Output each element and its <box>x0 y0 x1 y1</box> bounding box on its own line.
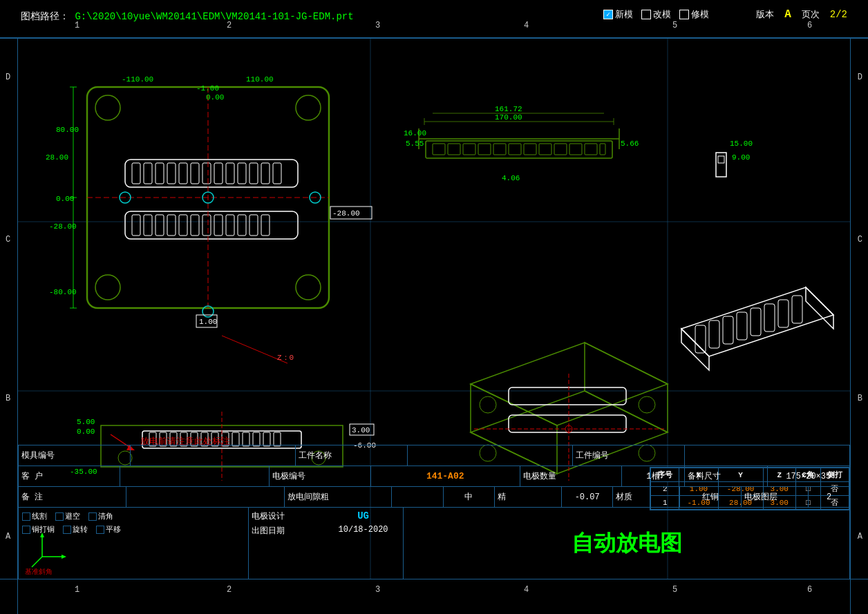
svg-rect-69 <box>493 144 506 155</box>
svg-text:-110.00: -110.00 <box>122 75 153 84</box>
checkbox-fixmodel[interactable]: 修模 <box>679 8 709 21</box>
svg-rect-107 <box>695 325 706 353</box>
svg-rect-24 <box>132 215 140 236</box>
version-label: 版本 <box>756 8 774 21</box>
svg-rect-33 <box>238 215 246 236</box>
svg-text:4.06: 4.06 <box>502 174 520 182</box>
filepath-label: 图档路径： <box>21 11 69 22</box>
row-marker-A: A <box>6 532 10 541</box>
electrode-layer-value: 2 <box>827 492 831 502</box>
svg-rect-27 <box>167 215 176 236</box>
col-marker-bot-3: 3 <box>375 585 380 595</box>
svg-point-6 <box>296 95 321 120</box>
svg-point-8 <box>296 275 321 300</box>
col-marker-4: 4 <box>524 21 529 30</box>
svg-marker-104 <box>681 287 833 356</box>
cb-rotate[interactable]: 旋转 <box>63 524 88 535</box>
designer-value: UG <box>326 510 400 522</box>
svg-point-5 <box>95 95 120 120</box>
svg-rect-14 <box>179 163 187 184</box>
svg-rect-35 <box>261 215 270 236</box>
svg-rect-68 <box>478 144 491 155</box>
part-name-label: 工件名称 <box>299 450 332 461</box>
svg-text:15.00: 15.00 <box>730 140 753 148</box>
svg-text:5.00: 5.00 <box>77 418 95 426</box>
filepath-value: G:\2020\10yue\WM20141\EDM\VM20141-101-JG… <box>75 11 353 22</box>
precision-label: 精 <box>498 491 506 503</box>
border-right <box>850 0 851 614</box>
checkbox-fixmodel-label: 修模 <box>691 8 709 21</box>
svg-text:Z：0: Z：0 <box>277 354 294 362</box>
svg-rect-114 <box>792 296 802 323</box>
svg-text:110.00: 110.00 <box>246 75 274 84</box>
cb-clean-corner[interactable]: 清角 <box>88 511 113 521</box>
svg-text:80.00: 80.00 <box>56 126 79 134</box>
svg-rect-12 <box>155 163 164 184</box>
svg-rect-11 <box>144 163 152 184</box>
filepath-area: 图档路径： G:\2020\10yue\WM20141\EDM\VM20141-… <box>21 10 354 23</box>
row-marker-B-right: B <box>858 394 862 403</box>
designer-label: 电极设计 <box>252 510 326 522</box>
svg-rect-25 <box>144 215 152 236</box>
svg-text:-28.00: -28.00 <box>49 222 77 231</box>
col-marker-bot-5: 5 <box>672 585 677 595</box>
svg-rect-76 <box>600 144 605 155</box>
svg-rect-21 <box>261 163 270 184</box>
svg-rect-112 <box>764 304 775 332</box>
checkbox-newmodel-label: 新模 <box>615 8 633 21</box>
checkbox-newmodel[interactable]: 新模 <box>603 8 633 21</box>
col-marker-bot-6: 6 <box>807 585 812 595</box>
gap-level: 中 <box>464 491 473 503</box>
customer-label: 客 户 <box>21 470 43 482</box>
svg-rect-15 <box>191 163 199 184</box>
col-marker-2: 2 <box>227 21 232 30</box>
main-title: 自动放电图 <box>572 528 682 559</box>
col-marker-5: 5 <box>672 21 677 30</box>
svg-point-95 <box>480 396 496 413</box>
svg-text:0.00: 0.00 <box>206 93 224 102</box>
svg-rect-34 <box>249 215 258 236</box>
col-marker-bot-2: 2 <box>227 585 232 595</box>
row-marker-C: C <box>6 235 10 244</box>
svg-text:3.00: 3.00 <box>352 426 370 434</box>
svg-text:5.55: 5.55 <box>406 140 424 148</box>
checkbox-newmodel-box[interactable] <box>603 10 613 19</box>
electrode-number-label: 电极编号 <box>272 470 305 482</box>
svg-text:-28.00: -28.00 <box>332 209 360 218</box>
checkbox-changemodel-box[interactable] <box>641 10 651 19</box>
col-marker-3: 3 <box>375 21 380 30</box>
cb-avoid[interactable]: 避空 <box>55 511 80 521</box>
top-checkboxes: 新模 改模 修模 <box>603 8 709 21</box>
svg-rect-23 <box>125 211 298 239</box>
svg-rect-73 <box>554 144 567 155</box>
svg-rect-17 <box>214 163 223 184</box>
material-value: 红铜 <box>702 491 719 503</box>
electrode-count-label: 电极数量 <box>523 470 556 482</box>
checkbox-changemodel-label: 改模 <box>653 8 671 21</box>
svg-rect-99 <box>509 387 626 405</box>
checkbox-fixmodel-box[interactable] <box>679 10 689 19</box>
svg-rect-70 <box>509 144 521 155</box>
cb-copper[interactable]: 铜打铜 <box>22 524 55 535</box>
svg-rect-28 <box>179 215 187 236</box>
svg-rect-109 <box>723 316 733 344</box>
svg-rect-110 <box>737 312 747 340</box>
svg-rect-18 <box>226 163 234 184</box>
checkbox-changemodel[interactable]: 改模 <box>641 8 671 21</box>
svg-rect-71 <box>524 144 536 155</box>
svg-text:170.00: 170.00 <box>495 113 522 122</box>
svg-text:16.00: 16.00 <box>404 129 426 137</box>
svg-rect-30 <box>202 215 211 236</box>
svg-rect-72 <box>539 144 551 155</box>
svg-rect-100 <box>509 415 626 432</box>
svg-point-96 <box>639 396 655 413</box>
svg-rect-26 <box>155 215 164 236</box>
part-number-label: 工件编号 <box>576 450 609 461</box>
svg-rect-113 <box>778 300 789 327</box>
cb-translate[interactable]: 平移 <box>96 524 121 535</box>
svg-rect-19 <box>238 163 246 184</box>
svg-rect-31 <box>214 215 223 236</box>
svg-rect-20 <box>249 163 258 184</box>
cb-line-cut[interactable]: 线割 <box>22 511 47 521</box>
svg-rect-111 <box>751 308 761 336</box>
